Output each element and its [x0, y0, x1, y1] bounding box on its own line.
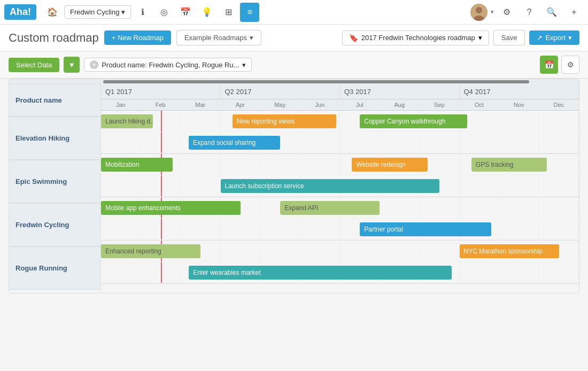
gantt-bar[interactable]: Enhanced reporting [101, 244, 200, 258]
calendar-icon[interactable]: 📅 [176, 3, 195, 22]
month-jan: Jan [101, 99, 141, 110]
gantt-group-3: Enhanced reportingNYC Marathon sponsorsh… [101, 241, 579, 284]
avatar[interactable] [470, 4, 488, 21]
gantt-bar[interactable]: Copper Canyon walkthrough [360, 114, 467, 128]
month-nov: Nov [499, 99, 539, 110]
gantt-labels: Product name Elevation Hiking Epic Swimm… [9, 79, 101, 293]
example-roadmaps-button[interactable]: Example Roadmaps ▾ [176, 30, 261, 45]
info-icon[interactable]: ℹ [133, 3, 152, 22]
gantt-group-1: MobilizationWebsite redesignGPS tracking… [101, 154, 579, 197]
gantt-chart: Product name Elevation Hiking Epic Swimm… [9, 79, 579, 293]
gantt-label-rogue-running: Rogue Running [9, 246, 100, 289]
settings-icon[interactable]: ⚙ [497, 3, 516, 22]
gantt-row: Launch subscription service [101, 175, 579, 197]
month-feb: Feb [141, 99, 181, 110]
gantt-row: Mobile app enhancementsExpand API [101, 197, 579, 219]
gantt-row: Partner portal [101, 219, 579, 240]
settings-view-button[interactable]: ⚙ [561, 56, 579, 74]
gantt-label-elevation-hiking: Elevation Hiking [9, 117, 100, 159]
gantt-bar[interactable]: Expand API [280, 201, 380, 215]
today-line [161, 219, 162, 239]
gantt-label-group-epic: Epic Swimming [9, 160, 100, 203]
chevron-down-icon-filter: ▾ [242, 61, 246, 69]
grid-icon[interactable]: ⊞ [219, 3, 238, 22]
product-dropdown[interactable]: Fredwin Cycling ▾ [64, 5, 131, 19]
month-jun: Jun [300, 99, 341, 110]
gantt-bar[interactable]: Partner portal [360, 222, 491, 236]
roadmap-name-label: 2017 Fredwin Technologies roadmap [361, 34, 475, 42]
gantt-months: Jan Feb Mar Apr May Jun Jul Aug Sep Oct … [101, 99, 579, 110]
gantt-label-fredwin-cycling: Fredwin Cycling [9, 203, 100, 246]
today-line [161, 111, 162, 132]
quarter-q2: Q2 2017 [221, 84, 341, 99]
gantt-bar[interactable]: Launch hiking d... [101, 114, 153, 128]
scroll-thumb[interactable] [103, 80, 529, 83]
plus-icon[interactable]: + [564, 3, 584, 22]
export-button[interactable]: ↗ Export ▾ [529, 30, 579, 45]
home-icon[interactable]: 🏠 [43, 3, 62, 22]
today-line [161, 132, 162, 153]
gantt-bar[interactable]: NYC Marathon sponsorship [460, 244, 559, 258]
gantt-bar[interactable]: GPS tracking [471, 158, 547, 172]
logo[interactable]: Aha! [4, 4, 36, 20]
month-sep: Sep [420, 99, 460, 110]
gantt-row: MobilizationWebsite redesignGPS tracking [101, 154, 579, 175]
chevron-down-icon: ▾ [121, 8, 125, 16]
gantt-bar[interactable]: New reporting views [233, 114, 336, 128]
gantt-label-group-fredwin: Fredwin Cycling [9, 203, 100, 246]
gantt-row: Enter wearables market [101, 262, 579, 283]
gantt-bar[interactable]: Launch subscription service [221, 179, 440, 193]
filter-button[interactable]: ▼ [64, 57, 80, 73]
gantt-body: Q1 2017 Q2 2017 Q3 2017 Q4 2017 Jan Feb … [101, 79, 579, 293]
gantt-row: Enhanced reportingNYC Marathon sponsorsh… [101, 241, 579, 262]
select-data-button[interactable]: Select Data [9, 58, 59, 72]
gantt-bar[interactable]: Expand social sharing [189, 136, 280, 150]
roadmap-icon[interactable]: ≡ [240, 3, 259, 22]
gantt-group-2: Mobile app enhancementsExpand APIPartner… [101, 197, 579, 241]
gantt-rows-container: Launch hiking d...New reporting viewsCop… [101, 111, 579, 284]
filter-clear-icon[interactable]: ✕ [90, 60, 98, 69]
today-line [161, 262, 162, 283]
chevron-down-icon-example: ▾ [250, 34, 253, 42]
help-icon[interactable]: ? [520, 3, 539, 22]
header-right-icons: 📅 ⚙ [540, 56, 579, 74]
top-nav: Aha! 🏠 Fredwin Cycling ▾ ℹ ◎ 📅 💡 ⊞ ≡ ▾ ⚙… [0, 0, 588, 25]
bookmark-icon: 🔖 [349, 34, 358, 42]
chevron-down-icon-roadmap: ▾ [478, 34, 482, 42]
gantt-bar[interactable]: Enter wearables market [189, 266, 452, 280]
nav-right: ▾ ⚙ ? 🔍 + [470, 3, 584, 22]
month-mar: Mar [181, 99, 221, 110]
gantt-row: Launch hiking d...New reporting viewsCop… [101, 111, 579, 132]
quarter-q4: Q4 2017 [460, 84, 579, 99]
gantt-bar[interactable]: Mobile app enhancements [101, 201, 241, 215]
gantt-bar[interactable]: Mobilization [101, 158, 173, 172]
month-oct: Oct [460, 99, 500, 110]
search-icon[interactable]: 🔍 [542, 3, 561, 22]
gantt-row: Expand social sharing [101, 132, 579, 153]
gantt-label-epic-swimming: Epic Swimming [9, 160, 100, 203]
chevron-down-icon-avatar[interactable]: ▾ [491, 9, 494, 16]
month-jul: Jul [340, 99, 380, 110]
lightbulb-icon[interactable]: 💡 [197, 3, 216, 22]
gantt-header: Q1 2017 Q2 2017 Q3 2017 Q4 2017 Jan Feb … [101, 84, 579, 111]
filter-select[interactable]: ✕ Product name: Fredwin Cycling, Rogue R… [84, 58, 252, 72]
gantt-label-group-elevation: Elevation Hiking [9, 117, 100, 160]
new-roadmap-button[interactable]: + New Roadmap [104, 30, 171, 45]
gantt-group-0: Launch hiking d...New reporting viewsCop… [101, 111, 579, 154]
month-dec: Dec [539, 99, 579, 110]
gantt-label-header: Product name [9, 84, 100, 117]
month-aug: Aug [380, 99, 420, 110]
gantt-label-group-rogue: Rogue Running [9, 246, 100, 290]
page-title: Custom roadmap [9, 31, 99, 45]
save-button[interactable]: Save [493, 30, 525, 45]
today-line [161, 175, 162, 196]
calendar-view-button[interactable]: 📅 [540, 56, 558, 74]
product-dropdown-label: Fredwin Cycling [70, 8, 119, 16]
month-apr: Apr [221, 99, 261, 110]
gantt-bar[interactable]: Website redesign [352, 158, 428, 172]
roadmap-name-dropdown[interactable]: 🔖 2017 Fredwin Technologies roadmap ▾ [342, 30, 489, 45]
svg-point-1 [476, 7, 482, 13]
target-icon[interactable]: ◎ [154, 3, 174, 22]
scroll-track[interactable] [101, 79, 579, 84]
toolbar: Select Data ▼ ✕ Product name: Fredwin Cy… [0, 51, 588, 79]
